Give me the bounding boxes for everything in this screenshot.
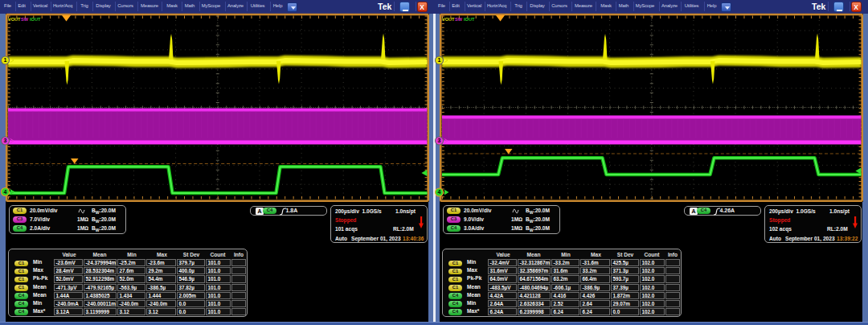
svg-text:VOUT: VOUT: [8, 17, 21, 22]
svg-text:3: 3: [4, 138, 7, 143]
svg-text:4: 4: [4, 189, 7, 195]
svg-text:VOUT: VOUT: [442, 17, 455, 22]
svg-text:IOUT: IOUT: [30, 17, 41, 22]
svg-text:SW: SW: [455, 17, 463, 22]
svg-text:3: 3: [438, 138, 441, 143]
svg-text:SW: SW: [21, 17, 29, 22]
svg-text:1: 1: [438, 57, 441, 63]
svg-text:IOUT: IOUT: [464, 17, 475, 22]
svg-text:1: 1: [4, 57, 7, 63]
svg-text:4: 4: [438, 189, 441, 195]
